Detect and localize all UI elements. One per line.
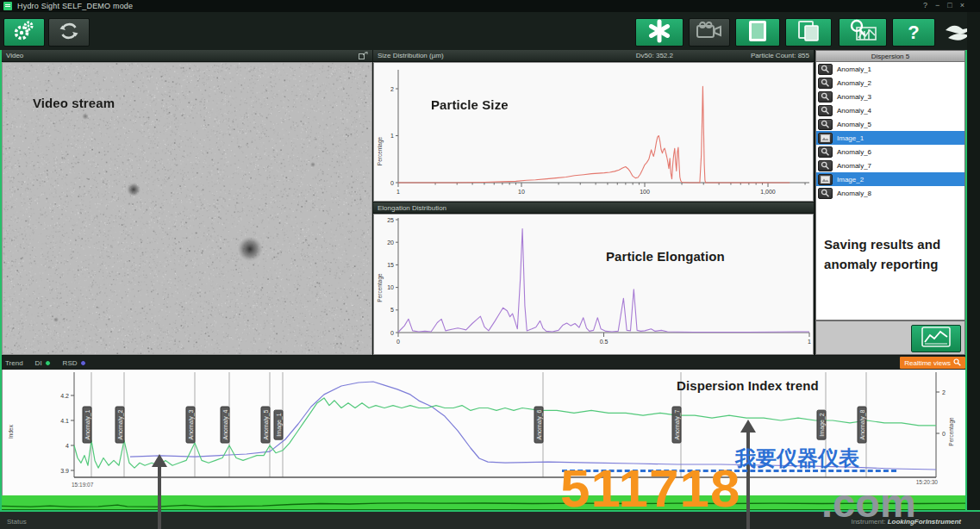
list-item-label: Anomaly_2 [837, 79, 871, 87]
status-label: Status [7, 518, 27, 526]
di-color-dot [45, 360, 51, 366]
annotation-di-trend: Dispersion Index trend [677, 376, 819, 395]
size-distribution-chart: 012Percentage1101001,000 [373, 62, 814, 202]
list-item-label: Anomaly_8 [837, 190, 871, 197]
window-minimize-button[interactable]: − [935, 1, 939, 9]
app-window: Hydro Sight SELF_DEMO mode ? − □ × [0, 0, 980, 529]
legend-rsd[interactable]: RSD [63, 359, 86, 367]
instrument-value: LookingForInstrument [888, 518, 961, 526]
trend-title: Trend [5, 359, 23, 367]
list-item-anomaly_7[interactable]: Anomaly_7 [816, 159, 964, 172]
svg-text:5: 5 [390, 307, 394, 313]
svg-text:2: 2 [942, 389, 946, 395]
list-item-label: Anomaly_4 [837, 107, 871, 115]
trend-overview-strip[interactable] [2, 495, 967, 510]
list-item-label: Image_2 [837, 176, 864, 184]
svg-text:20: 20 [387, 240, 394, 246]
magnifier-icon[interactable] [818, 160, 833, 171]
main-toolbar: ? [0, 12, 980, 50]
list-item-label: Anomaly_5 [837, 121, 871, 128]
magnifier-icon[interactable] [818, 91, 833, 103]
list-item-label: Anomaly_7 [837, 162, 871, 170]
video-panel-title: Video [6, 52, 23, 59]
reconnect-button[interactable] [48, 18, 90, 47]
instrument-status: Instrument: LookingForInstrument [851, 518, 961, 526]
realtime-views-badge[interactable]: Realtime views [900, 357, 965, 369]
magnifier-icon[interactable] [818, 119, 833, 130]
dv50-value: Dv50: 352.2 [636, 52, 673, 59]
magnifier-icon[interactable] [818, 78, 833, 89]
camera-icon [696, 22, 722, 44]
results-panel-title: Dispersion 5 [871, 53, 909, 60]
list-item-label: Anomaly_1 [837, 65, 871, 73]
svg-text:4.1: 4.1 [60, 418, 69, 424]
list-item-anomaly_3[interactable]: Anomaly_3 [816, 90, 964, 103]
legend-di-label: DI [35, 359, 42, 367]
help-button[interactable]: ? [892, 18, 935, 47]
list-item-anomaly_5[interactable]: Anomaly_5 [816, 117, 964, 131]
annotation-saving-results: Saving results and anomaly reporting [824, 234, 969, 275]
settings-button[interactable] [3, 18, 45, 47]
new-measurement-button[interactable] [635, 18, 684, 47]
svg-text:1: 1 [390, 133, 394, 139]
svg-text:1,000: 1,000 [760, 189, 776, 195]
annotation-arrow-left [152, 454, 167, 529]
review-results-button[interactable] [839, 18, 887, 47]
gears-icon [11, 20, 37, 46]
annotation-video-stream: Video stream [33, 93, 115, 113]
badge-label: Realtime views [904, 359, 951, 367]
record-video-button[interactable] [689, 18, 730, 47]
left-accent-line [0, 50, 2, 510]
list-item-anomaly_2[interactable]: Anomaly_2 [816, 76, 964, 90]
svg-text:1: 1 [396, 189, 400, 195]
report-button[interactable] [911, 325, 961, 352]
video-panel-header: Video [2, 50, 372, 62]
magnifier-icon[interactable] [818, 146, 833, 158]
list-item-anomaly_6[interactable]: Anomaly_6 [816, 145, 964, 159]
svg-text:10: 10 [387, 284, 394, 290]
svg-text:100: 100 [640, 189, 650, 195]
list-item-image_2[interactable]: Image_2 [816, 172, 964, 186]
svg-text:1: 1 [808, 339, 811, 345]
size-panel-header: Size Distribution (µm) Dv50: 352.2 Parti… [373, 50, 814, 62]
capture-series-button[interactable] [785, 18, 832, 47]
list-item-anomaly_1[interactable]: Anomaly_1 [816, 62, 964, 76]
asterisk-icon [647, 19, 671, 47]
list-item-anomaly_8[interactable]: Anomaly_8 [816, 186, 964, 200]
annotation-particle-elongation: Particle Elongation [606, 246, 725, 266]
list-item-anomaly_4[interactable]: Anomaly_4 [816, 103, 964, 117]
size-panel-title: Size Distribution (µm) [378, 52, 444, 59]
svg-text:15: 15 [387, 262, 394, 268]
rsd-color-dot [80, 360, 86, 366]
magnifier-icon[interactable] [818, 188, 833, 199]
results-footer [815, 321, 965, 355]
trend-header: Trend DI RSD Realtime views [0, 356, 967, 370]
list-item-image_1[interactable]: Image_1 [816, 131, 964, 145]
image-thumb-icon[interactable] [818, 133, 833, 144]
magnifier-icon[interactable] [818, 64, 833, 75]
svg-text:15:20:30: 15:20:30 [916, 479, 939, 485]
svg-text:0: 0 [942, 431, 946, 437]
window-help-button[interactable]: ? [923, 1, 927, 9]
list-item-label: Anomaly_3 [837, 93, 871, 101]
svg-text:0: 0 [390, 180, 394, 186]
svg-text:4.2: 4.2 [60, 393, 69, 399]
trend-chart[interactable]: 3.944.14.2Index02Percentage15:19:0715:20… [2, 370, 967, 495]
svg-text:4: 4 [66, 443, 69, 449]
image-thumb-icon[interactable] [818, 174, 833, 185]
window-maximize-button[interactable]: □ [947, 1, 952, 9]
legend-di[interactable]: DI [35, 359, 51, 367]
svg-text:10: 10 [518, 189, 525, 195]
capture-image-button[interactable] [735, 18, 780, 47]
particle-count-value: Particle Count: 855 [751, 52, 809, 59]
title-bar: Hydro Sight SELF_DEMO mode ? − □ × [0, 0, 980, 12]
popout-icon[interactable] [359, 52, 368, 59]
results-list: Anomaly_1Anomaly_2Anomaly_3Anomaly_4Anom… [815, 62, 965, 321]
svg-text:3.9: 3.9 [60, 468, 69, 474]
magnifier-icon [953, 358, 961, 368]
magnifier-icon[interactable] [818, 105, 833, 116]
svg-text:0: 0 [396, 339, 400, 345]
window-title: Hydro Sight SELF_DEMO mode [17, 2, 133, 10]
window-close-button[interactable]: × [960, 1, 964, 9]
svg-text:25: 25 [387, 217, 394, 223]
